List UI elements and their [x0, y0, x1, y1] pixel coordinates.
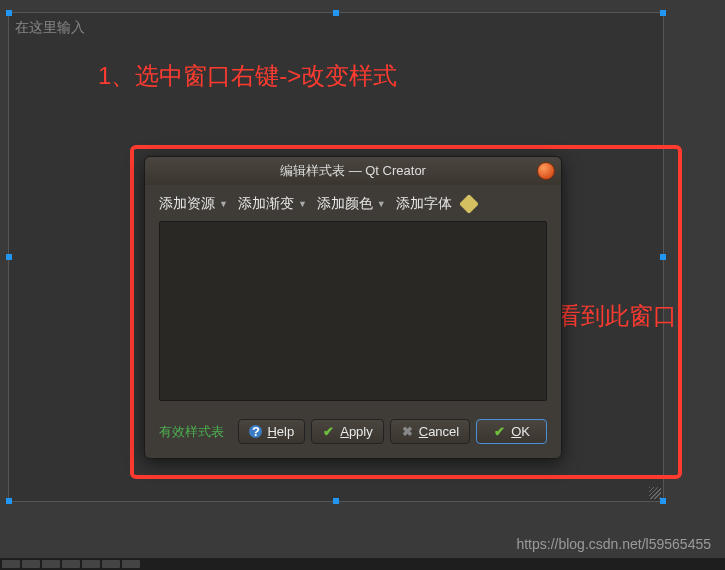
check-icon: ✔	[493, 425, 506, 438]
add-gradient-dropdown[interactable]: 添加渐变 ▼	[238, 195, 307, 213]
add-font-label: 添加字体	[396, 195, 452, 213]
annotation-step-1: 1、选中窗口右键->改变样式	[98, 60, 397, 92]
add-font-button[interactable]: 添加字体	[396, 195, 452, 213]
check-icon: ✔	[322, 425, 335, 438]
add-color-label: 添加颜色	[317, 195, 373, 213]
add-color-dropdown[interactable]: 添加颜色 ▼	[317, 195, 386, 213]
taskbar	[0, 558, 725, 570]
resize-handle[interactable]	[6, 254, 12, 260]
chevron-down-icon: ▼	[219, 199, 228, 209]
add-resource-label: 添加资源	[159, 195, 215, 213]
apply-button-label: Apply	[340, 424, 373, 439]
chevron-down-icon: ▼	[377, 199, 386, 209]
ok-button[interactable]: ✔ OK	[476, 419, 547, 444]
resize-handle[interactable]	[6, 10, 12, 16]
resize-handle[interactable]	[660, 254, 666, 260]
resize-handle[interactable]	[6, 498, 12, 504]
close-button[interactable]	[537, 162, 555, 180]
validity-label: 有效样式表	[159, 423, 224, 441]
form-placeholder: 在这里输入	[15, 19, 85, 37]
dialog-toolbar: 添加资源 ▼ 添加渐变 ▼ 添加颜色 ▼ 添加字体	[145, 185, 561, 221]
resize-handle[interactable]	[660, 10, 666, 16]
dialog-titlebar[interactable]: 编辑样式表 — Qt Creator	[145, 157, 561, 185]
resize-handle[interactable]	[333, 498, 339, 504]
resize-handle[interactable]	[333, 10, 339, 16]
stylesheet-textarea[interactable]	[159, 221, 547, 401]
apply-button[interactable]: ✔ Apply	[311, 419, 384, 444]
dialog-title: 编辑样式表 — Qt Creator	[280, 162, 426, 180]
canvas-background: 在这里输入 1、选中窗口右键->改变样式 2、看到此窗口 编辑样式表 — Qt …	[0, 0, 725, 570]
add-gradient-label: 添加渐变	[238, 195, 294, 213]
watermark-text: https://blog.csdn.net/l59565455	[516, 536, 711, 552]
add-resource-dropdown[interactable]: 添加资源 ▼	[159, 195, 228, 213]
close-icon: ✖	[401, 425, 414, 438]
color-picker-icon[interactable]	[459, 194, 479, 214]
ok-button-label: OK	[511, 424, 530, 439]
help-button-label: Help	[267, 424, 294, 439]
help-button[interactable]: ? Help	[238, 419, 305, 444]
cancel-button[interactable]: ✖ Cancel	[390, 419, 470, 444]
chevron-down-icon: ▼	[298, 199, 307, 209]
resize-grip-icon[interactable]	[649, 487, 661, 499]
cancel-button-label: Cancel	[419, 424, 459, 439]
dialog-button-bar: 有效样式表 ? Help ✔ Apply ✖ Cancel ✔ OK	[145, 411, 561, 458]
stylesheet-editor-dialog: 编辑样式表 — Qt Creator 添加资源 ▼ 添加渐变 ▼ 添加颜色 ▼ …	[144, 156, 562, 459]
help-icon: ?	[249, 425, 262, 438]
